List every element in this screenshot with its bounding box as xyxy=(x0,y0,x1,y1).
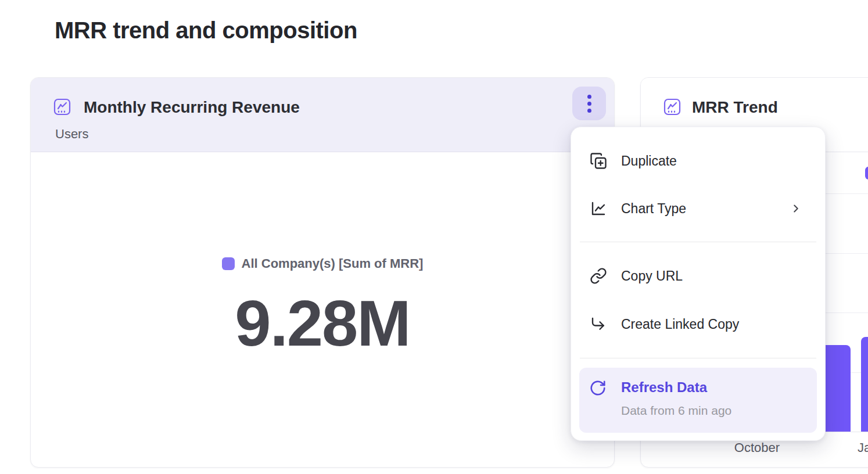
page-title: MRR trend and composition xyxy=(55,17,357,44)
corner-down-right-icon xyxy=(589,315,608,333)
card-title: Monthly Recurring Revenue xyxy=(84,98,300,117)
menu-item-duplicate[interactable]: Duplicate xyxy=(571,150,825,171)
mrr-composition-card: Monthly Recurring Revenue Users All Comp… xyxy=(30,77,615,468)
bar[interactable] xyxy=(861,337,868,432)
card-title: MRR Trend xyxy=(692,98,778,117)
legend-swatch-icon[interactable] xyxy=(865,167,868,179)
chart-line-icon xyxy=(589,199,608,218)
legend-item[interactable]: All Company(s) [Sum of MRR] xyxy=(31,256,614,271)
chevron-right-icon xyxy=(790,202,802,215)
menu-item-refresh-data[interactable]: Refresh Data Data from 6 min ago xyxy=(579,368,817,433)
menu-item-copy-url[interactable]: Copy URL xyxy=(571,265,825,286)
refresh-status-text: Data from 6 min ago xyxy=(621,404,731,418)
x-tick-label: Ja xyxy=(858,440,868,455)
refresh-icon xyxy=(589,379,608,398)
menu-item-chart-type[interactable]: Chart Type xyxy=(571,198,825,219)
menu-item-label: Copy URL xyxy=(621,268,683,284)
menu-item-create-linked-copy[interactable]: Create Linked Copy xyxy=(571,314,825,335)
mrr-composition-card-header: Monthly Recurring Revenue Users xyxy=(31,78,614,152)
kebab-icon xyxy=(587,95,591,99)
x-tick-label: October xyxy=(734,440,780,455)
card-options-button[interactable] xyxy=(572,87,606,120)
menu-divider xyxy=(580,358,816,358)
menu-item-label: Chart Type xyxy=(621,201,686,217)
menu-item-label: Create Linked Copy xyxy=(621,317,739,332)
kpi-body: All Company(s) [Sum of MRR] 9.28M xyxy=(31,153,614,467)
card-subtitle: Users xyxy=(55,127,88,142)
duplicate-icon xyxy=(589,152,608,170)
legend-label: All Company(s) [Sum of MRR] xyxy=(242,256,424,271)
kpi-value: 9.28M xyxy=(31,291,614,356)
card-options-menu: Duplicate Chart Type xyxy=(571,127,826,441)
legend-swatch-icon xyxy=(222,257,235,270)
dashboard-page: MRR trend and composition Monthly Recurr… xyxy=(0,0,868,474)
chart-widget-icon xyxy=(53,98,71,116)
link-icon xyxy=(589,267,608,285)
menu-item-label: Refresh Data xyxy=(621,379,707,396)
chart-widget-icon xyxy=(663,98,682,116)
menu-divider xyxy=(580,242,816,242)
menu-item-label: Duplicate xyxy=(621,153,677,169)
